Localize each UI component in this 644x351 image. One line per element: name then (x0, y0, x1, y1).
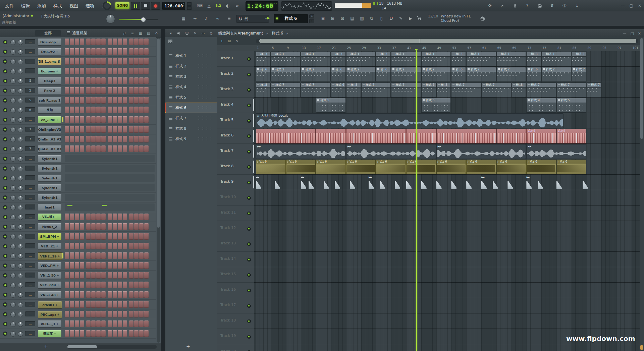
step-cell[interactable] (91, 243, 96, 249)
track-led[interactable] (247, 181, 251, 184)
step-cell[interactable] (123, 126, 127, 133)
channel-volume-knob[interactable] (18, 253, 23, 259)
step-cell[interactable] (144, 107, 149, 113)
step-cell[interactable] (80, 145, 84, 152)
step-cell[interactable] (108, 107, 112, 113)
pattern-clip[interactable]: 样式 1 (496, 52, 526, 66)
channel-piano-preview[interactable] (65, 184, 155, 191)
step-cell[interactable] (113, 116, 117, 123)
step-cell[interactable] (70, 87, 74, 94)
step-cell[interactable] (75, 311, 79, 317)
step-cell[interactable] (129, 320, 133, 327)
step-cell[interactable] (75, 282, 79, 288)
channel-mute-led[interactable] (3, 312, 7, 316)
step-cell[interactable] (96, 126, 101, 133)
channel-button[interactable]: crash1+ (38, 301, 62, 308)
step-cell[interactable] (96, 116, 101, 123)
slider-handle[interactable] (141, 17, 146, 22)
channel-button[interactable]: Sylenth1 (38, 155, 61, 162)
step-cell[interactable] (108, 58, 112, 65)
step-cell[interactable] (70, 116, 74, 123)
step-cell[interactable] (123, 77, 127, 84)
track-header[interactable]: Track 16 (217, 283, 254, 298)
step-cell[interactable] (123, 87, 127, 94)
channel-volume-knob[interactable] (18, 195, 23, 200)
playhead-marker[interactable] (415, 49, 418, 51)
step-cell[interactable] (75, 136, 79, 142)
step-cell[interactable] (144, 214, 149, 220)
step-cell[interactable] (113, 126, 117, 133)
typing-to-piano-icon[interactable]: ⌨ (196, 2, 203, 9)
pattern-clip[interactable]: 样..6 (451, 67, 466, 82)
channel-mute-led[interactable] (3, 147, 7, 151)
step-cell[interactable] (139, 145, 144, 152)
step-cell[interactable] (129, 262, 133, 269)
channel-button[interactable]: VEH2..19+ (38, 252, 62, 260)
channel-mute-led[interactable] (3, 157, 7, 161)
step-cell[interactable] (144, 262, 149, 269)
minimize-button[interactable]: — (621, 3, 625, 8)
channel-pan-knob[interactable] (10, 69, 16, 74)
channel-target-display[interactable]: 5 (25, 78, 35, 83)
info-icon[interactable]: ⓘ (561, 2, 568, 9)
paint-icon[interactable]: ▭ (200, 31, 206, 36)
channel-button[interactable]: VEC..044+ (38, 282, 61, 288)
menu-item[interactable]: 选项 (82, 0, 98, 12)
step-cell[interactable] (123, 107, 127, 113)
channel-target-display[interactable]: ... (25, 282, 35, 287)
menu-item[interactable]: 添加 (34, 0, 50, 12)
step-cell[interactable] (129, 68, 133, 74)
step-cell[interactable] (65, 97, 69, 104)
channel-button[interactable]: VN..1 50+ (38, 272, 61, 279)
step-cell[interactable] (123, 136, 127, 142)
step-cell[interactable] (118, 223, 122, 230)
vocal-chop-clip[interactable]: V..鼓) (556, 129, 586, 143)
step-cell[interactable] (91, 301, 96, 308)
step-cell[interactable] (101, 97, 106, 104)
step-cell[interactable] (91, 262, 96, 269)
pattern-item[interactable]: 样式 2 (165, 61, 217, 71)
audio-oneshot-clip[interactable] (406, 179, 412, 190)
pattern-clip[interactable]: 样式 2 (421, 67, 451, 82)
step-cell[interactable] (75, 214, 79, 220)
step-cell[interactable] (118, 145, 122, 152)
quantize-panel-icon[interactable]: ⊞ (319, 15, 327, 22)
pattern-clip[interactable]: 样式 1 (346, 52, 376, 66)
pattern-item[interactable]: 样式 8 (165, 123, 217, 134)
step-cell[interactable] (134, 301, 139, 308)
step-cell[interactable] (123, 97, 127, 104)
channel-pan-knob[interactable] (10, 176, 16, 181)
track-led[interactable] (247, 150, 251, 154)
master-pitch-slider[interactable] (119, 19, 158, 20)
step-cell[interactable] (123, 39, 127, 45)
menu-item[interactable]: 视图 (66, 0, 82, 12)
step-cell[interactable] (123, 243, 127, 249)
step-cell[interactable] (108, 87, 112, 94)
step-cell[interactable] (139, 214, 144, 220)
track-led[interactable] (247, 350, 251, 351)
play-pause-button[interactable] (131, 2, 140, 10)
step-cell[interactable] (144, 272, 149, 279)
step-cell[interactable] (113, 58, 117, 65)
step-cell[interactable] (65, 282, 69, 288)
track-led[interactable] (247, 104, 251, 107)
step-cell[interactable] (80, 136, 84, 142)
channel-mute-led[interactable] (3, 127, 7, 132)
channel-button[interactable]: sub R..ass 1 (38, 97, 61, 104)
pattern-song-stack[interactable] (187, 2, 191, 10)
step-cell[interactable] (96, 48, 101, 55)
channel-volume-knob[interactable] (18, 69, 23, 74)
channel-volume-knob[interactable] (18, 273, 23, 278)
zoom-corner-button[interactable] (640, 345, 643, 350)
delete-icon[interactable]: ⊘ (208, 31, 214, 36)
channel-mute-led[interactable] (3, 108, 7, 112)
cpu-spinner-knob[interactable] (103, 1, 111, 10)
audio-wave-clip[interactable]: ▶▶ (436, 144, 526, 159)
step-cell[interactable] (144, 58, 149, 65)
step-cell[interactable] (91, 97, 96, 104)
audio-oneshot-clip[interactable] (335, 179, 341, 190)
step-cell[interactable] (118, 301, 122, 308)
wait-input-icon[interactable]: ◐ (224, 2, 231, 9)
channel-target-display[interactable]: ... (25, 39, 35, 44)
step-cell[interactable] (108, 97, 112, 104)
